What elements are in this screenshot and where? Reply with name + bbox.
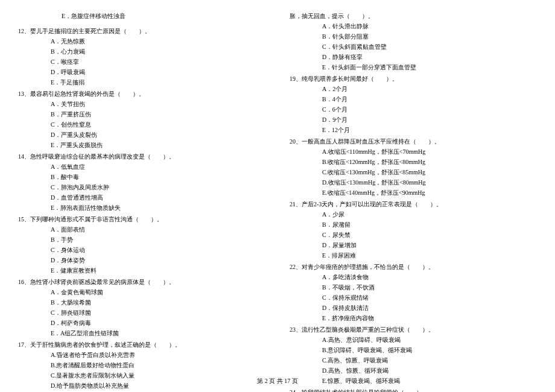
- q16-opt: E．A组乙型溶血性链球菌: [18, 328, 265, 338]
- q12-opt: C．喉痉挛: [18, 57, 265, 67]
- q20-stem: 20、一般高血压人群降压时血压水平应维持在（ ）。: [290, 136, 537, 147]
- q22-stem: 22、对青少年痤疮的护理措施，不恰当的是（ ）。: [290, 262, 537, 272]
- q21-opt: D．尿量增加: [290, 240, 537, 250]
- q24-stem: 24、输卵管结扎术的结扎部位是输卵管的（ ）。: [290, 387, 537, 392]
- q12-opt: D．呼吸衰竭: [18, 67, 265, 77]
- q21-opt: B．尿潴留: [290, 220, 537, 230]
- q15-opt: E．健康宣教资料: [18, 265, 265, 276]
- q18-opt: C．针头斜面紧贴血管壁: [290, 42, 537, 52]
- q14-opt: D．血管通透性增高: [18, 192, 265, 203]
- q22-opt: A．多吃清淡食物: [290, 272, 537, 282]
- q13-opt: E．严重头皮撕脱伤: [18, 140, 265, 150]
- q12-opt: E．手足搐搦: [18, 77, 265, 87]
- q18-cont: 胀，抽无回血，提示（ ）。: [290, 11, 537, 21]
- q20-opt: B.收缩压<120mmHg，舒张压<80mmHg: [290, 157, 537, 167]
- q23-opt: D.高热、惊厥、循环衰竭: [290, 365, 537, 376]
- q23-opt: A.高热、意识障碍、呼吸衰竭: [290, 335, 537, 345]
- q19-stem: 19、纯母乳喂养多长时间最好（ ）。: [290, 74, 537, 84]
- q12-stem: 12、婴儿手足搐搦症的主要死亡原因是（ ）。: [18, 26, 265, 36]
- q13-opt: C．创伤性窒息: [18, 119, 265, 130]
- q16-opt: A．金黄色葡萄球菌: [18, 287, 265, 297]
- q19-opt: A．2个月: [290, 84, 537, 94]
- q18-opt: B．针头部分阻塞: [290, 31, 537, 42]
- q15-opt: D．身体姿势: [18, 255, 265, 265]
- q19-opt: C．6个月: [290, 104, 537, 115]
- q19-opt: E．12个月: [290, 125, 537, 135]
- q22-opt: B．不吸烟，不饮酒: [290, 282, 537, 292]
- q16-opt: B．大肠埃希菌: [18, 297, 265, 308]
- q14-opt: E．肺泡表面活性物质缺失: [18, 203, 265, 213]
- q23-opt: C.高热、惊厥、呼吸衰竭: [290, 355, 537, 365]
- q15-opt: C．身体运动: [18, 245, 265, 255]
- q13-stem: 13、最容易引起急性肾衰竭的外伤是（ ）。: [18, 89, 265, 99]
- q15-stem: 15、下列哪种沟通形式不属于非语言性沟通（ ）。: [18, 214, 265, 224]
- q21-stem: 21、产后2-3天内，产妇可以出现的正常表现是（ ）。: [290, 199, 537, 209]
- q16-opt: C．肺炎链球菌: [18, 308, 265, 318]
- q15-opt: A．面部表情: [18, 224, 265, 235]
- q14-stem: 14、急性呼吸窘迫综合征的最基本的病理改变是（ ）。: [18, 151, 265, 162]
- q21-opt: C．尿失禁: [290, 230, 537, 240]
- q13-opt: D．严重头皮裂伤: [18, 130, 265, 140]
- q20-opt: D.收缩压<130mmHg，舒张压<80mmHg: [290, 177, 537, 188]
- q15-opt: B．手势: [18, 235, 265, 245]
- q21-opt: A．少尿: [290, 209, 537, 220]
- q16-opt: D．柯萨奇病毒: [18, 318, 265, 328]
- q17-opt: B.患者清醒后最好给动物性蛋白: [18, 360, 265, 370]
- q21-opt: E．排尿困难: [290, 250, 537, 261]
- q13-opt: B．严重挤压伤: [18, 109, 265, 119]
- q17-opt: A.昏迷者给予蛋白质以补充营养: [18, 350, 265, 360]
- q22-opt: C．保持乐观情绪: [290, 292, 537, 303]
- q23-stem: 23、流行性乙型脑炎极期最严重的三种症状（ ）。: [290, 324, 537, 335]
- q23-opt: B.意识障碍、呼吸衰竭、循环衰竭: [290, 345, 537, 355]
- left-column: E．急腹症伴移动性浊音 12、婴儿手足搐搦症的主要死亡原因是（ ）。 A．无热惊…: [18, 11, 265, 367]
- q18-opt: D．静脉有痉挛: [290, 52, 537, 62]
- q22-opt: D．保持皮肤清洁: [290, 303, 537, 313]
- q17-stem: 17、关于肝性脑病患者的饮食护理，叙述正确的是（ ）。: [18, 340, 265, 350]
- q14-opt: A．低氧血症: [18, 162, 265, 172]
- q14-opt: B．酸中毒: [18, 172, 265, 182]
- q12-opt: B．心力衰竭: [18, 46, 265, 57]
- q20-opt: A.收缩压<110mmHg，舒张压<70mmHg: [290, 147, 537, 157]
- prev-opt-e: E．急腹症伴移动性浊音: [18, 11, 265, 21]
- q20-opt: E.收缩压<140mmHg，舒张压<90mmHg: [290, 188, 537, 198]
- q13-opt: A．关节扭伤: [18, 99, 265, 109]
- q18-opt: A．针头滑出静脉: [290, 21, 537, 31]
- right-column: 胀，抽无回血，提示（ ）。 A．针头滑出静脉 B．针头部分阻塞 C．针头斜面紧贴…: [290, 11, 537, 367]
- q16-stem: 16、急性肾小球肾炎前驱感染最常见的病原体是（ ）。: [18, 277, 265, 287]
- q19-opt: B．4个月: [290, 94, 537, 104]
- page-footer: 第 2 页 共 17 页: [0, 376, 555, 386]
- q22-opt: E．挤净痤疮内容物: [290, 313, 537, 323]
- q12-opt: A．无热惊厥: [18, 36, 265, 46]
- q20-opt: C.收缩压<130mmHg，舒张压<85mmHg: [290, 167, 537, 177]
- q19-opt: D．9个月: [290, 115, 537, 125]
- q14-opt: C．肺泡内及间质水肿: [18, 182, 265, 192]
- q18-opt: E．针头斜面一部分穿透下面血管壁: [290, 62, 537, 72]
